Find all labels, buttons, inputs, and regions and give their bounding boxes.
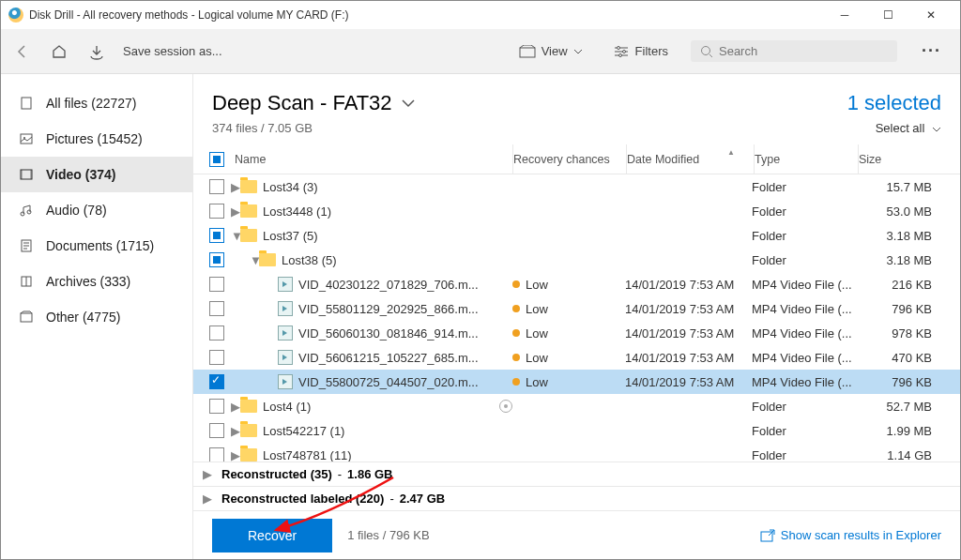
sidebar-item-label: Audio (78) [46,203,107,218]
row-checkbox[interactable] [209,423,224,438]
col-type[interactable]: Type [755,153,858,166]
row-checkbox[interactable] [209,399,224,414]
expand-toggle[interactable]: ▶ [231,424,240,438]
table-row[interactable]: ▶ Lost542217 (1)Folder1.99 MB [193,418,960,443]
filters-button[interactable]: Filters [605,40,676,62]
summary-row[interactable]: ▶Reconstructed labeled (220)-2.47 GB [193,486,960,510]
scan-subtitle: 374 files / 7.05 GB [212,121,415,135]
file-size: 470 KB [855,351,960,365]
summary-row[interactable]: ▶Reconstructed (35)-1.86 GB [193,462,960,486]
date-modified: 14/01/2019 7:53 AM [625,351,752,365]
expand-toggle[interactable]: ▼ [231,229,240,243]
sidebar-item-archives[interactable]: Archives (333) [1,264,192,299]
show-in-explorer-button[interactable]: Show scan results in Explorer [760,528,941,542]
file-name: VID_55800725_044507_020.m... [298,375,479,389]
expand-toggle[interactable]: ▶ [231,204,240,219]
sidebar-item-label: Other (4775) [46,310,120,325]
row-checkbox[interactable] [209,350,224,365]
svg-rect-0 [520,48,535,57]
footer-stat: 1 files / 796 KB [347,528,429,542]
table-row[interactable]: VID_56060130_081846_914.m...Low14/01/201… [193,321,960,345]
sidebar-item-video[interactable]: Video (374) [1,157,192,192]
summary-label: Reconstructed (35) [221,467,332,481]
maximize-button[interactable]: ☐ [866,1,909,29]
table-row[interactable]: VID_40230122_071829_706.m...Low14/01/201… [193,272,960,296]
table-row[interactable]: ▼ Lost38 (5)Folder3.18 MB [193,248,960,272]
expand-toggle[interactable]: ▶ [231,400,240,414]
expand-toggle[interactable]: ▼ [250,253,259,267]
table-row[interactable]: ▶ Lost3448 (1)Folder53.0 MB [193,199,960,223]
close-button[interactable]: ✕ [909,1,953,29]
expand-toggle[interactable]: ▶ [231,180,240,194]
table-row[interactable]: VID_55800725_044507_020.m...Low14/01/201… [193,370,960,394]
row-checkbox[interactable] [209,447,224,462]
file-size: 53.0 MB [855,204,960,219]
col-date[interactable]: Date Modified ▲ [627,153,754,166]
toolbar: Save session as... View Filters ··· [1,29,960,74]
row-checkbox[interactable] [209,277,224,292]
table-row[interactable]: VID_56061215_105227_685.m...Low14/01/201… [193,345,960,370]
col-name[interactable]: Name [231,153,512,166]
folder-icon [240,424,257,437]
folder-icon [240,400,257,413]
download-icon[interactable] [85,40,108,63]
svg-rect-9 [21,170,23,179]
explorer-label: Show scan results in Explorer [781,528,941,542]
expand-toggle[interactable]: ▶ [203,467,212,481]
table-row[interactable]: ▶ Lost34 (3)Folder15.7 MB [193,174,960,199]
header-checkbox[interactable] [209,152,224,167]
other-icon [18,309,35,325]
search-box[interactable] [691,40,897,62]
file-type: Folder [752,448,855,462]
table-row[interactable]: ▼ Lost37 (5)Folder3.18 MB [193,223,960,248]
row-checkbox[interactable] [209,204,224,219]
scan-title-label: Deep Scan - FAT32 [212,91,392,115]
content: Deep Scan - FAT32 374 files / 7.05 GB 1 … [193,74,960,559]
video-file-icon [278,350,293,365]
view-button[interactable]: View [511,40,590,62]
row-checkbox[interactable] [209,228,224,243]
row-checkbox[interactable] [209,179,224,194]
file-size: 1.14 GB [855,448,960,462]
sidebar-item-other[interactable]: Other (4775) [1,299,192,335]
table-row[interactable]: VID_55801129_202925_866.m...Low14/01/201… [193,296,960,321]
save-session-button[interactable]: Save session as... [123,44,222,58]
svg-point-4 [701,46,709,54]
select-all-button[interactable]: Select all [847,121,941,135]
preview-icon[interactable] [499,400,512,413]
table-row[interactable]: ▶ Lost748781 (11)Folder1.14 GB [193,443,960,462]
back-button[interactable] [10,40,33,63]
file-type: Folder [752,229,855,243]
recover-button[interactable]: Recover [212,519,332,552]
sidebar-item-pictures[interactable]: Pictures (15452) [1,121,192,157]
col-size[interactable]: Size [859,153,960,166]
file-name: VID_40230122_071829_706.m... [298,278,479,292]
svg-rect-5 [22,98,31,109]
date-modified: 14/01/2019 7:53 AM [625,326,752,341]
sidebar-item-allfiles[interactable]: All files (22727) [1,85,192,121]
expand-toggle[interactable]: ▶ [231,448,240,462]
row-checkbox[interactable] [209,301,224,316]
expand-toggle[interactable]: ▶ [203,492,212,506]
row-checkbox[interactable] [209,374,224,389]
row-checkbox[interactable] [209,325,224,341]
file-size: 796 KB [855,302,960,316]
chance-dot [512,305,520,312]
sidebar-item-audio[interactable]: Audio (78) [1,192,192,228]
table-row[interactable]: ▶ Lost4 (1)Folder52.7 MB [193,394,960,418]
app-icon [8,8,23,23]
row-checkbox[interactable] [209,252,224,267]
col-recovery[interactable]: Recovery chances [513,153,626,166]
documents-icon [18,237,35,254]
scan-title[interactable]: Deep Scan - FAT32 [212,91,415,115]
search-input[interactable] [719,44,888,58]
home-button[interactable] [48,40,70,63]
minimize-button[interactable]: ─ [823,1,866,29]
more-button[interactable]: ··· [912,41,951,61]
file-type: MP4 Video File (... [752,302,855,316]
sidebar-item-label: Video (374) [46,167,115,182]
sidebar-item-documents[interactable]: Documents (1715) [1,228,192,264]
file-name: VID_55801129_202925_866.m... [298,302,479,316]
file-list[interactable]: ▶ Lost34 (3)Folder15.7 MB▶ Lost3448 (1)F… [193,174,960,462]
file-size: 216 KB [855,278,960,292]
